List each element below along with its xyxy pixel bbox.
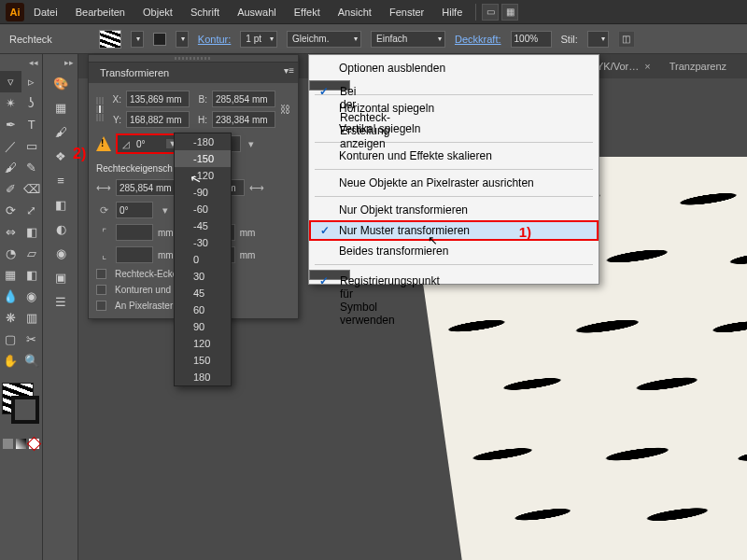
hand-tool[interactable]: ✋	[0, 350, 21, 371]
collapse-icon[interactable]: ◂◂	[29, 58, 38, 67]
panel-tab-transform[interactable]: Transformieren	[94, 67, 175, 78]
angle-option[interactable]: 0	[175, 251, 231, 268]
free-transform-tool[interactable]: ◧	[21, 221, 43, 243]
corner-field[interactable]	[116, 224, 153, 241]
appearance-panel-icon[interactable]: ◉	[43, 241, 78, 265]
blob-brush-tool[interactable]: ✐	[0, 178, 21, 200]
type-tool[interactable]: T	[21, 114, 43, 135]
swatches-panel-icon[interactable]: ▦	[43, 95, 78, 119]
menu-item[interactable]: Horizontal spiegeln	[309, 98, 599, 119]
angle-option[interactable]: -30	[175, 234, 231, 251]
slice-tool[interactable]: ✂	[21, 329, 43, 350]
stroke-cap[interactable]: Gleichm.	[287, 31, 361, 48]
angle-option[interactable]: 45	[175, 285, 231, 301]
opacity-label[interactable]: Deckkraft:	[455, 34, 501, 45]
gradient-panel-icon[interactable]: ◧	[43, 192, 78, 217]
rect-angle-field[interactable]	[116, 202, 153, 218]
direct-selection-tool[interactable]: ▹	[21, 71, 43, 92]
stroke-swatch[interactable]	[153, 33, 166, 46]
menu-effect[interactable]: Effekt	[287, 7, 328, 18]
angle-option[interactable]: -150	[175, 150, 231, 167]
eyedropper-tool[interactable]: 💧	[0, 286, 21, 307]
link-icon[interactable]: ⛓	[280, 102, 290, 117]
graphic-styles-panel-icon[interactable]: ▣	[43, 265, 78, 289]
menu-item[interactable]: Bei der Rechteck-Erstellung anzeigen	[309, 80, 350, 91]
brushes-panel-icon[interactable]: 🖌	[43, 119, 78, 144]
layers-panel-icon[interactable]: ☰	[43, 289, 78, 314]
corner-field[interactable]	[116, 246, 153, 263]
angle-option[interactable]: 90	[175, 318, 231, 335]
h-field[interactable]	[212, 111, 275, 128]
dropdown-caret-icon[interactable]: ▾	[244, 136, 259, 151]
graph-tool[interactable]: ▥	[21, 307, 43, 329]
menu-item[interactable]: Nur Objekt transformieren	[309, 200, 599, 220]
angle-option[interactable]: 180	[175, 369, 231, 385]
menu-item[interactable]: Neue Objekte an Pixelraster ausrichten	[309, 173, 599, 193]
blend-tool[interactable]: ◉	[21, 286, 43, 307]
zoom-tool[interactable]: 🔍	[21, 350, 43, 371]
gradient-tool[interactable]: ◧	[21, 264, 43, 286]
lasso-tool[interactable]: ʖ	[21, 92, 43, 114]
menu-edit[interactable]: Bearbeiten	[68, 7, 133, 18]
menu-select[interactable]: Auswahl	[230, 7, 284, 18]
color-panel-icon[interactable]: 🎨	[43, 71, 78, 95]
menu-type[interactable]: Schrift	[183, 7, 227, 18]
angle-option[interactable]: 150	[175, 352, 231, 369]
transparency-panel-icon[interactable]: ◐	[43, 217, 78, 241]
rectangle-tool[interactable]: ▭	[21, 135, 43, 157]
stroke-weight[interactable]: 1 pt	[240, 31, 277, 48]
angle-dropdown-list[interactable]: -180-150-120-90-60-45-300304560901201501…	[174, 133, 232, 386]
perspective-tool[interactable]: ▱	[21, 243, 43, 264]
stroke-label[interactable]: Kontur:	[198, 34, 231, 45]
expand-icon[interactable]: ▸▸	[64, 58, 74, 67]
menu-object[interactable]: Objekt	[135, 7, 180, 18]
angle-option[interactable]: -180	[175, 133, 231, 150]
scale-tool[interactable]: ⤢	[21, 200, 43, 221]
more-icon[interactable]: ◫	[618, 31, 635, 48]
color-mode-solid[interactable]	[3, 439, 13, 449]
x-field[interactable]	[126, 91, 190, 107]
opacity-field[interactable]	[511, 31, 552, 48]
stroke-panel-icon[interactable]: ≡	[43, 168, 78, 192]
menu-window[interactable]: Fenster	[382, 7, 431, 18]
pencil-tool[interactable]: ✎	[21, 157, 43, 178]
layout-icon[interactable]: ▭	[482, 4, 499, 21]
dropdown-caret-icon[interactable]: ▾	[158, 203, 173, 217]
checkbox[interactable]	[96, 301, 106, 311]
width-tool[interactable]: ⇔	[0, 221, 21, 243]
menu-help[interactable]: Hilfe	[434, 7, 470, 18]
menu-item[interactable]: Nur Muster transformieren1)	[309, 220, 599, 241]
reference-point-grid[interactable]	[96, 97, 104, 121]
selection-tool[interactable]: ▿	[0, 71, 21, 92]
angle-option[interactable]: -45	[175, 217, 231, 234]
menu-view[interactable]: Ansicht	[331, 7, 379, 18]
close-icon[interactable]: ×	[644, 61, 650, 72]
menu-file[interactable]: Datei	[26, 7, 65, 18]
symbol-sprayer-tool[interactable]: ❋	[0, 307, 21, 329]
fill-swatch[interactable]	[99, 30, 121, 49]
rotate-angle-field[interactable]	[134, 139, 166, 149]
pen-tool[interactable]: ✒	[0, 114, 21, 135]
mesh-tool[interactable]: ▦	[0, 264, 21, 286]
fill-dropdown[interactable]	[131, 31, 144, 48]
corner-tl-icon[interactable]: ⌜	[96, 225, 111, 240]
shape-builder-tool[interactable]: ◔	[0, 243, 21, 264]
brush-tool[interactable]: 🖌	[0, 157, 21, 178]
panel-flyout-menu[interactable]: Optionen ausblendenBei der Rechteck-Erst…	[308, 54, 599, 285]
artboard-tool[interactable]: ▢	[0, 329, 21, 350]
corner-bl-icon[interactable]: ⌞	[96, 247, 111, 262]
panel-menu-icon[interactable]: ▾≡	[284, 65, 294, 76]
menu-item[interactable]: Vertikal spiegeln	[309, 119, 599, 139]
angle-option[interactable]: -90	[175, 184, 231, 201]
checkbox[interactable]	[96, 285, 106, 295]
stroke-dropdown[interactable]	[176, 31, 189, 48]
menu-item[interactable]: Registrierungspunkt für Symbol verwenden	[309, 270, 350, 280]
menu-item[interactable]: Optionen ausblenden	[309, 58, 599, 78]
eraser-tool[interactable]: ⌫	[21, 178, 43, 200]
y-field[interactable]	[126, 111, 190, 128]
arrange-icon[interactable]: ▦	[501, 4, 518, 21]
angle-option[interactable]: 120	[175, 335, 231, 352]
panel-grip[interactable]	[89, 55, 298, 63]
color-mode-gradient[interactable]	[16, 439, 26, 449]
magic-wand-tool[interactable]: ✴	[0, 92, 21, 114]
